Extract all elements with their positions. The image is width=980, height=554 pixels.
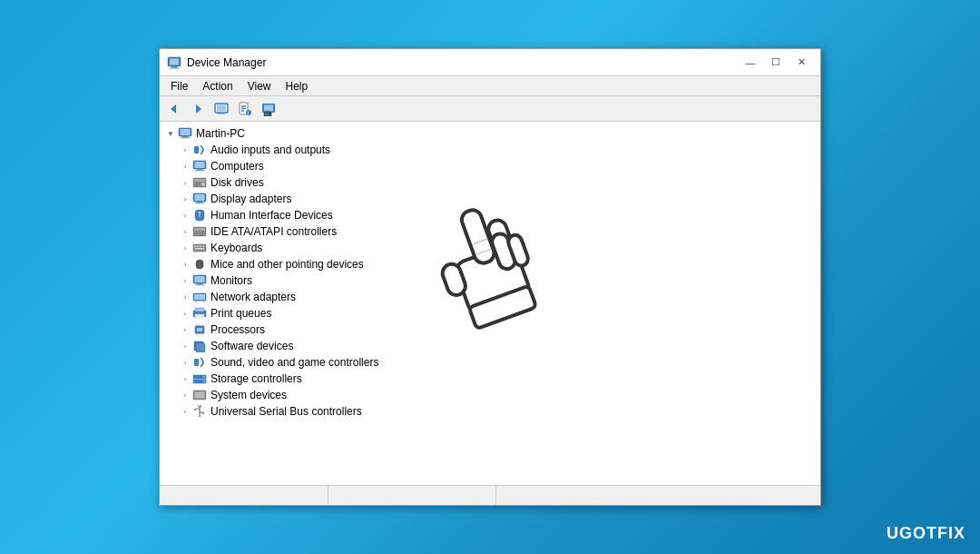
minimize-button[interactable]: — bbox=[739, 54, 762, 72]
software-toggle[interactable]: › bbox=[178, 338, 192, 354]
storage-label: Storage controllers bbox=[211, 372, 302, 385]
computers-toggle[interactable]: › bbox=[178, 158, 192, 174]
tree-item-keyboards[interactable]: › Keyboards bbox=[160, 240, 820, 256]
status-right bbox=[496, 486, 820, 505]
window-controls: — ☐ ✕ bbox=[739, 54, 813, 72]
ide-toggle[interactable]: › bbox=[178, 223, 192, 240]
monitors-toggle[interactable]: › bbox=[178, 272, 192, 289]
svg-rect-25 bbox=[197, 169, 202, 170]
svg-marker-5 bbox=[196, 104, 201, 114]
svg-rect-8 bbox=[218, 113, 225, 114]
tree-item-audio[interactable]: › Audio inputs and outputs bbox=[160, 142, 820, 158]
maximize-button[interactable]: ☐ bbox=[764, 54, 788, 72]
usb-icon bbox=[192, 404, 207, 419]
tree-item-disk[interactable]: › Disk drives bbox=[160, 174, 820, 191]
svg-point-72 bbox=[203, 376, 205, 378]
svg-rect-57 bbox=[195, 308, 204, 312]
svg-rect-31 bbox=[195, 194, 205, 201]
hid-toggle[interactable]: › bbox=[178, 207, 192, 223]
audio-toggle[interactable]: › bbox=[178, 142, 192, 158]
tree-item-sound[interactable]: › Sound, video and game controllers bbox=[160, 354, 820, 371]
root-label: Martin-PC bbox=[196, 127, 245, 140]
svg-rect-79 bbox=[194, 409, 196, 411]
properties-icon: i bbox=[238, 102, 252, 116]
back-icon bbox=[167, 102, 181, 116]
tree-item-storage[interactable]: › Storage controllers bbox=[160, 371, 820, 387]
display-toggle[interactable]: › bbox=[178, 191, 192, 207]
system-toggle[interactable]: › bbox=[178, 387, 192, 403]
network-toggle[interactable]: › bbox=[178, 289, 192, 305]
back-button[interactable] bbox=[163, 99, 185, 119]
status-middle bbox=[328, 486, 497, 505]
menu-view[interactable]: View bbox=[240, 78, 279, 94]
usb-toggle[interactable]: › bbox=[178, 403, 192, 420]
title-bar-left: Device Manager bbox=[167, 55, 266, 70]
svg-rect-24 bbox=[195, 162, 205, 168]
processors-label: Processors bbox=[211, 323, 265, 336]
keyboards-icon bbox=[192, 241, 207, 255]
show-all-button[interactable] bbox=[211, 99, 232, 119]
disk-label: Disk drives bbox=[211, 176, 264, 189]
svg-rect-28 bbox=[194, 179, 205, 182]
title-bar-icon bbox=[167, 55, 181, 70]
root-icon bbox=[178, 126, 192, 141]
tree-item-computers[interactable]: › Computers bbox=[160, 158, 820, 174]
help-icon: 📺 bbox=[261, 102, 276, 116]
ide-label: IDE ATA/ATAPI controllers bbox=[211, 225, 337, 238]
software-label: Software devices bbox=[211, 340, 293, 352]
mice-icon bbox=[192, 257, 207, 272]
svg-rect-41 bbox=[197, 246, 199, 248]
keyboards-toggle[interactable]: › bbox=[178, 240, 192, 256]
menu-file[interactable]: File bbox=[163, 78, 195, 94]
properties-button[interactable]: i bbox=[234, 99, 256, 119]
tree-item-system[interactable]: › System devices bbox=[160, 387, 820, 403]
root-toggle[interactable]: ▼ bbox=[163, 125, 178, 142]
svg-point-35 bbox=[199, 212, 201, 214]
close-button[interactable]: ✕ bbox=[789, 54, 813, 72]
sound-toggle[interactable]: › bbox=[178, 354, 192, 371]
svg-point-80 bbox=[202, 412, 204, 414]
status-left bbox=[160, 486, 328, 505]
tree-item-software[interactable]: › Software devices bbox=[160, 338, 820, 354]
disk-toggle[interactable]: › bbox=[178, 174, 192, 191]
svg-rect-40 bbox=[194, 246, 196, 248]
ide-icon bbox=[192, 224, 207, 239]
tree-item-usb[interactable]: › Universal Serial Bus controllers bbox=[160, 403, 820, 420]
tree-item-processors[interactable]: › Processors bbox=[160, 322, 820, 338]
svg-text:📺: 📺 bbox=[263, 108, 272, 116]
svg-rect-60 bbox=[197, 328, 202, 331]
processors-toggle[interactable]: › bbox=[178, 322, 192, 338]
status-bar bbox=[160, 485, 820, 505]
network-label: Network adapters bbox=[211, 291, 296, 303]
svg-rect-51 bbox=[195, 284, 204, 285]
svg-rect-69 bbox=[194, 359, 199, 366]
window-title: Device Manager bbox=[187, 56, 266, 69]
tree-item-network[interactable]: › Network adapters bbox=[160, 289, 820, 305]
svg-rect-38 bbox=[194, 228, 205, 231]
menu-help[interactable]: Help bbox=[279, 78, 316, 94]
tree-view[interactable]: ▼ Martin-PC › bbox=[160, 122, 820, 485]
mice-toggle[interactable]: › bbox=[178, 256, 192, 272]
sound-icon bbox=[192, 355, 207, 370]
svg-point-47 bbox=[199, 265, 201, 267]
print-toggle[interactable]: › bbox=[178, 305, 192, 322]
storage-toggle[interactable]: › bbox=[178, 371, 192, 387]
display-label: Display adapters bbox=[211, 193, 291, 205]
help-toolbar-button[interactable]: 📺 bbox=[258, 99, 279, 119]
tree-root[interactable]: ▼ Martin-PC bbox=[160, 125, 820, 142]
tree-item-hid[interactable]: › Human Interface Devices bbox=[160, 207, 820, 223]
tree-item-monitors[interactable]: › Monitors bbox=[160, 272, 820, 289]
forward-button[interactable] bbox=[187, 99, 209, 119]
watermark-text: UGOTFIX bbox=[887, 524, 965, 542]
tree-item-ide[interactable]: › IDE ATA/ATAPI controllers bbox=[160, 223, 820, 240]
hid-icon bbox=[192, 208, 207, 223]
forward-icon bbox=[191, 102, 205, 116]
svg-marker-4 bbox=[171, 104, 176, 114]
menu-action[interactable]: Action bbox=[195, 78, 240, 94]
software-icon bbox=[192, 339, 207, 353]
tree-item-display[interactable]: › Display adapters bbox=[160, 191, 820, 207]
tree-item-print[interactable]: › Print queues bbox=[160, 305, 820, 322]
svg-rect-42 bbox=[200, 246, 201, 248]
tree-item-mice[interactable]: › Mice and other pointing devices bbox=[160, 256, 820, 272]
svg-rect-7 bbox=[217, 104, 226, 111]
